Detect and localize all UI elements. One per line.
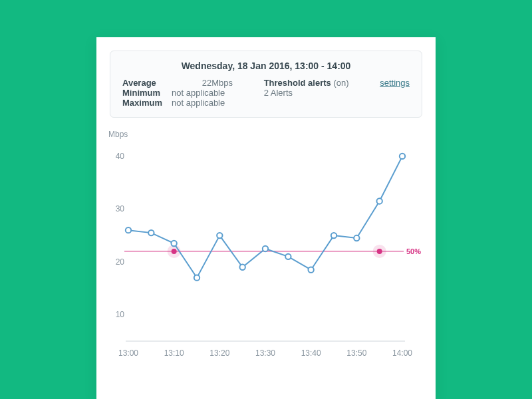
data-point (148, 230, 154, 235)
line-chart: 1020304013:0013:1013:2013:3013:4013:5014… (110, 142, 422, 368)
summary-panel: Wednesday, 18 Jan 2016, 13:00 - 14:00 Av… (110, 51, 422, 118)
data-point (308, 267, 313, 273)
threshold-label: 50% (406, 247, 421, 255)
data-point (217, 233, 222, 238)
data-point (400, 154, 405, 159)
x-tick-label: 13:10 (164, 348, 184, 358)
alerts-status: Threshold alerts (on) (264, 78, 349, 88)
stats-block: Average 22Mbps Minimum not applicable Ma… (122, 78, 233, 108)
alert-dot-icon (377, 249, 382, 254)
stat-value: not applicable (172, 88, 225, 98)
x-tick-label: 13:00 (118, 348, 138, 358)
stat-label: Minimum (122, 88, 172, 98)
stat-label: Maximum (122, 98, 172, 108)
summary-grid: Average 22Mbps Minimum not applicable Ma… (122, 78, 410, 108)
data-point (194, 275, 200, 280)
stat-minimum: Minimum not applicable (122, 88, 233, 98)
alerts-count: 2 Alerts (264, 88, 349, 98)
y-tick-label: 30 (116, 204, 125, 213)
alerts-state: (on) (333, 78, 348, 88)
settings-link[interactable]: settings (380, 78, 410, 88)
stat-value: not applicable (172, 98, 225, 108)
x-tick-label: 13:50 (346, 348, 366, 358)
chart-container: Mbps 1020304013:0013:1013:2013:3013:4013… (110, 130, 422, 368)
x-tick-label: 14:00 (392, 348, 412, 358)
alerts-block: Threshold alerts (on) 2 Alerts (264, 78, 349, 108)
x-tick-label: 13:20 (209, 348, 229, 358)
stat-maximum: Maximum not applicable (122, 98, 233, 108)
x-tick-label: 13:30 (255, 348, 275, 358)
stat-average: Average 22Mbps (122, 78, 233, 88)
alerts-label: Threshold alerts (264, 78, 331, 88)
data-point (354, 235, 359, 241)
stat-value: 22Mbps (172, 78, 233, 88)
settings-block: settings (380, 78, 410, 108)
data-point (171, 241, 176, 246)
data-point (331, 233, 336, 238)
y-tick-label: 10 (116, 310, 125, 319)
y-axis-label: Mbps (108, 130, 422, 139)
y-tick-label: 40 (116, 152, 125, 161)
stats-card: Wednesday, 18 Jan 2016, 13:00 - 14:00 Av… (96, 37, 436, 399)
stat-label: Average (122, 78, 172, 88)
data-point (239, 265, 245, 270)
data-point (376, 198, 382, 203)
x-tick-label: 13:40 (301, 348, 321, 358)
alert-dot-icon (172, 249, 177, 254)
data-line (128, 156, 402, 278)
y-tick-label: 20 (116, 257, 125, 267)
data-point (126, 227, 131, 233)
data-point (285, 254, 291, 259)
data-point (263, 246, 268, 251)
summary-title: Wednesday, 18 Jan 2016, 13:00 - 14:00 (122, 61, 410, 71)
